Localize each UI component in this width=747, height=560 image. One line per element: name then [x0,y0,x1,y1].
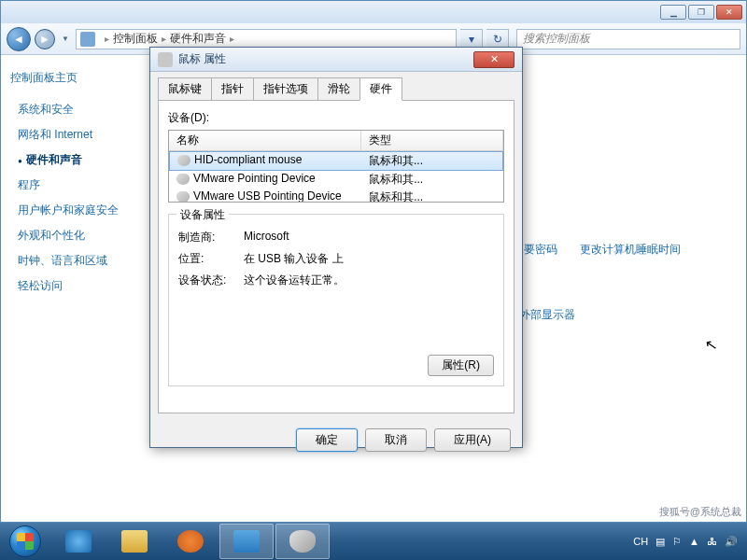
device-type: 鼠标和其... [361,172,503,188]
taskbar-ie[interactable] [51,524,106,559]
breadcrumb-sep: ▸ [230,34,234,44]
dialog-title: 鼠标 属性 [178,51,473,67]
breadcrumb-sep: ▸ [105,34,109,44]
device-name: HID-compliant mouse [194,153,302,166]
sidebar-item-users[interactable]: 用户帐户和家庭安全 [10,198,141,223]
taskbar-control-panel[interactable] [219,524,274,559]
taskbar-mouse-dialog[interactable] [275,524,330,559]
tab-row: 鼠标键 指针 指针选项 滑轮 硬件 [150,72,522,101]
mfr-label: 制造商: [178,230,244,245]
bg-link[interactable]: 外部显示器 [519,307,575,323]
tab-panel-hardware: 设备(D): 名称 类型 HID-compliant mouse 鼠标和其...… [158,100,514,413]
device-name: VMware Pointing Device [193,172,316,185]
mouse-icon [158,52,173,67]
mouse-properties-dialog: 鼠标 属性 ✕ 鼠标键 指针 指针选项 滑轮 硬件 设备(D): 名称 类型 H… [149,47,523,448]
breadcrumb-seg[interactable]: 硬件和声音 [170,31,226,47]
mouse-icon [289,530,316,553]
dialog-titlebar[interactable]: 鼠标 属性 ✕ [150,48,522,72]
sidebar-item-clock[interactable]: 时钟、语言和区域 [10,248,141,273]
list-header: 名称 类型 [169,131,503,151]
tray-volume-icon[interactable]: 🔊 [725,536,738,548]
taskbar-wmp[interactable] [163,524,218,559]
breadcrumb-sep: ▸ [162,34,166,44]
search-placeholder: 搜索控制面板 [523,31,590,47]
ime-indicator[interactable]: CH [633,536,648,547]
col-type[interactable]: 类型 [361,131,503,150]
history-dropdown[interactable]: ▼ [59,28,72,50]
ok-button[interactable]: 确定 [296,428,358,452]
search-input[interactable]: 搜索控制面板 [516,29,740,49]
cancel-button[interactable]: 取消 [365,428,427,452]
tray-up-icon[interactable]: ▲ [689,536,699,547]
sidebar: 控制面板主页 系统和安全 网络和 Internet 硬件和声音 程序 用户帐户和… [1,55,150,522]
device-row[interactable]: VMware USB Pointing Device 鼠标和其... [169,189,503,203]
device-row[interactable]: HID-compliant mouse 鼠标和其... [169,151,503,171]
tab-pointer-options[interactable]: 指针选项 [253,77,318,101]
bg-link[interactable]: 要密码 [524,242,557,258]
tab-buttons[interactable]: 鼠标键 [158,77,212,101]
devices-label: 设备(D): [168,110,504,126]
ie-icon [65,530,92,553]
device-list[interactable]: 名称 类型 HID-compliant mouse 鼠标和其... VMware… [168,130,504,203]
sidebar-home[interactable]: 控制面板主页 [10,70,141,86]
status-label: 设备状态: [178,273,244,288]
mouse-device-icon [176,191,190,203]
sidebar-item-network[interactable]: 网络和 Internet [10,122,141,147]
device-properties-group: 设备属性 制造商: Microsoft 位置: 在 USB 输入设备 上 设备状… [168,214,504,386]
device-row[interactable]: VMware Pointing Device 鼠标和其... [169,171,503,189]
tray-icon[interactable]: ▤ [655,536,665,548]
close-button[interactable]: ✕ [716,5,742,20]
wmp-icon [177,530,204,553]
tab-pointers[interactable]: 指针 [211,77,254,101]
mouse-device-icon [177,155,190,166]
mfr-value: Microsoft [244,230,494,245]
back-button[interactable]: ◄ [7,27,31,51]
device-type: 鼠标和其... [361,153,502,169]
folder-icon [121,530,148,553]
apply-button[interactable]: 应用(A) [434,428,511,452]
maximize-button[interactable]: ❐ [688,5,714,20]
loc-label: 位置: [178,251,244,267]
system-tray: CH ▤ ⚐ ▲ 🖧 🔊 [633,536,747,548]
dialog-button-row: 确定 取消 应用(A) [150,421,522,459]
start-button[interactable] [0,523,50,560]
sidebar-item-hardware[interactable]: 硬件和声音 [10,147,141,173]
group-title: 设备属性 [176,207,229,223]
sidebar-item-appearance[interactable]: 外观和个性化 [10,223,141,248]
sidebar-item-ease[interactable]: 轻松访问 [10,273,141,299]
sidebar-item-system[interactable]: 系统和安全 [10,97,141,122]
taskbar-explorer[interactable] [107,524,162,559]
tray-network-icon[interactable]: 🖧 [707,536,717,547]
watermark-text: 搜狐号@系统总裁 [659,505,741,519]
status-value: 这个设备运转正常。 [244,273,494,288]
minimize-button[interactable]: ▁ [660,5,686,20]
properties-button[interactable]: 属性(R) [428,355,494,376]
sidebar-item-programs[interactable]: 程序 [10,173,141,198]
tab-hardware[interactable]: 硬件 [359,77,402,101]
device-type: 鼠标和其... [361,189,503,203]
control-panel-icon [233,530,260,553]
tab-wheel[interactable]: 滑轮 [317,77,360,101]
control-panel-icon [80,32,95,47]
breadcrumb-seg[interactable]: 控制面板 [113,31,158,47]
device-name: VMware USB Pointing Device [193,189,342,203]
taskbar: CH ▤ ⚐ ▲ 🖧 🔊 [0,523,747,560]
loc-value: 在 USB 输入设备 上 [244,251,494,267]
window-titlebar: ▁ ❐ ✕ [1,1,746,23]
tray-flag-icon[interactable]: ⚐ [672,536,682,548]
bg-link[interactable]: 更改计算机睡眠时间 [580,242,681,258]
forward-button[interactable]: ► [35,29,55,49]
mouse-device-icon [176,174,190,185]
dialog-close-button[interactable]: ✕ [473,51,514,68]
windows-orb-icon [9,525,41,557]
col-name[interactable]: 名称 [169,131,361,150]
